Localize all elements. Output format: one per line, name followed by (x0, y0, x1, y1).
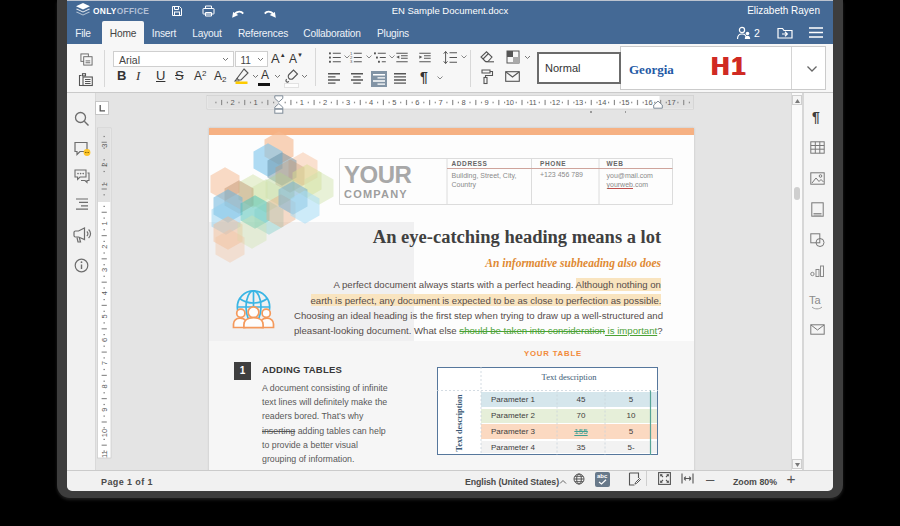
svg-text:16: 16 (644, 98, 652, 107)
svg-text:7: 7 (438, 98, 442, 107)
svg-text:9: 9 (484, 98, 488, 107)
svg-text:11: 11 (529, 98, 537, 107)
svg-text:3: 3 (346, 98, 350, 107)
svg-text:2: 2 (100, 245, 109, 249)
svg-text:5: 5 (392, 98, 396, 107)
svg-text:1: 1 (253, 98, 257, 107)
svg-text:2: 2 (100, 163, 109, 167)
svg-text:7: 7 (100, 361, 109, 365)
svg-text:17: 17 (667, 98, 675, 107)
svg-text:2: 2 (322, 98, 326, 107)
svg-text:3: 3 (100, 144, 109, 148)
svg-text:4: 4 (100, 291, 109, 295)
svg-text:4: 4 (369, 98, 373, 107)
svg-text:3: 3 (100, 268, 109, 272)
svg-text:1: 1 (100, 182, 109, 186)
svg-text:1: 1 (100, 221, 109, 225)
svg-text:8: 8 (100, 384, 109, 388)
svg-text:9: 9 (100, 408, 109, 412)
svg-text:10: 10 (100, 429, 109, 437)
svg-text:8: 8 (461, 98, 465, 107)
svg-text:6: 6 (415, 98, 419, 107)
svg-text:14: 14 (598, 98, 606, 107)
svg-text:1: 1 (299, 98, 303, 107)
svg-text:15: 15 (621, 98, 629, 107)
svg-text:5: 5 (100, 314, 109, 318)
svg-text:12: 12 (551, 98, 559, 107)
svg-text:10: 10 (505, 98, 513, 107)
svg-text:13: 13 (574, 98, 582, 107)
svg-text:2: 2 (230, 98, 234, 107)
svg-text:6: 6 (100, 338, 109, 342)
svg-text:11: 11 (100, 450, 109, 458)
